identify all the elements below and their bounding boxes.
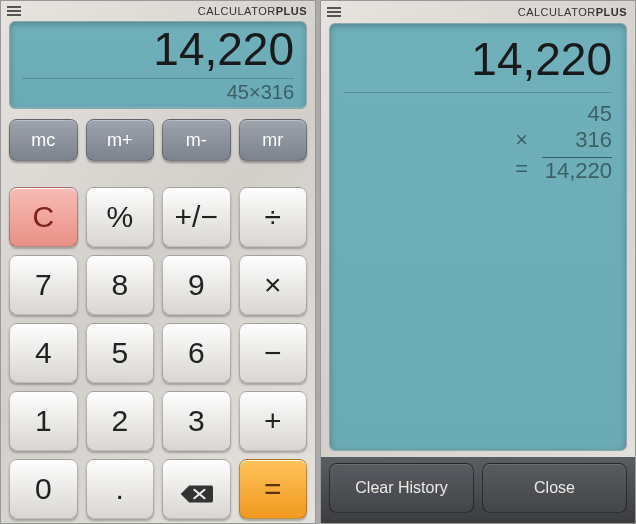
digit-7-button[interactable]: 7 [9, 255, 78, 315]
display-value: 14,220 [153, 26, 294, 72]
clear-history-button[interactable]: Clear History [329, 463, 474, 513]
brand-title: CALCULATORPLUS [198, 5, 307, 17]
memory-recall-button[interactable]: mr [239, 119, 308, 161]
menu-icon[interactable] [327, 7, 341, 17]
backspace-icon [179, 478, 213, 500]
digit-1-button[interactable]: 1 [9, 391, 78, 451]
history-panel: CALCULATORPLUS 14,220 45 × 316 = 14,220 … [320, 0, 636, 524]
keypad: mc m+ m- mr C % +/− ÷ 7 8 9 × 4 5 6 − 1 … [1, 115, 315, 524]
minus-button[interactable]: − [239, 323, 308, 383]
memory-clear-button[interactable]: mc [9, 119, 78, 161]
percent-button[interactable]: % [86, 187, 155, 247]
memory-plus-button[interactable]: m+ [86, 119, 155, 161]
close-button[interactable]: Close [482, 463, 627, 513]
header: CALCULATORPLUS [1, 1, 315, 19]
digit-8-button[interactable]: 8 [86, 255, 155, 315]
history-result-row: = 14,220 [510, 153, 612, 184]
multiply-button[interactable]: × [239, 255, 308, 315]
divide-button[interactable]: ÷ [239, 187, 308, 247]
backspace-button[interactable] [162, 459, 231, 519]
brand-title: CALCULATORPLUS [518, 6, 627, 18]
digit-3-button[interactable]: 3 [162, 391, 231, 451]
decimal-button[interactable]: . [86, 459, 155, 519]
digit-0-button[interactable]: 0 [9, 459, 78, 519]
memory-minus-button[interactable]: m- [162, 119, 231, 161]
digit-5-button[interactable]: 5 [86, 323, 155, 383]
menu-icon[interactable] [7, 6, 21, 16]
equals-button[interactable]: = [239, 459, 308, 519]
digit-2-button[interactable]: 2 [86, 391, 155, 451]
sign-button[interactable]: +/− [162, 187, 231, 247]
display-expression: 45×316 [227, 81, 294, 104]
plus-button[interactable]: + [239, 391, 308, 451]
digit-6-button[interactable]: 6 [162, 323, 231, 383]
history-display[interactable]: 14,220 45 × 316 = 14,220 [329, 23, 627, 451]
clear-button[interactable]: C [9, 187, 78, 247]
digit-4-button[interactable]: 4 [9, 323, 78, 383]
calculator-panel: CALCULATORPLUS 14,220 45×316 mc m+ m- mr… [0, 0, 316, 524]
digit-9-button[interactable]: 9 [162, 255, 231, 315]
history-toolbar: Clear History Close [321, 457, 635, 523]
history-operand-1: 45 [510, 101, 612, 127]
header: CALCULATORPLUS [321, 1, 635, 21]
history-operator-row: × 316 [510, 127, 612, 153]
display[interactable]: 14,220 45×316 [9, 21, 307, 109]
history-current-value: 14,220 [471, 32, 612, 86]
